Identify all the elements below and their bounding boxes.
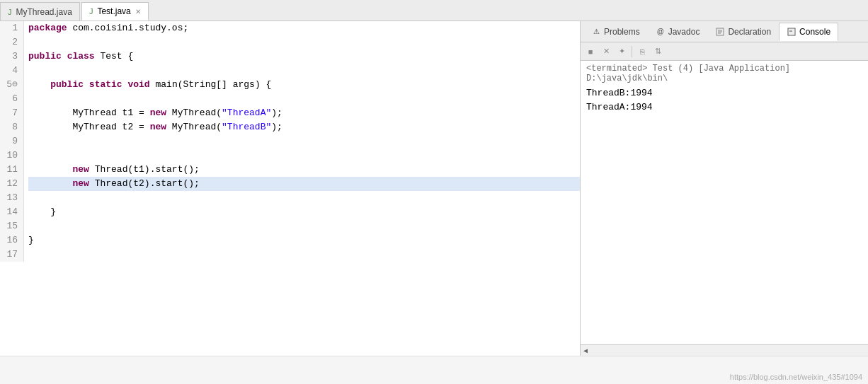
problems-label: Problems xyxy=(604,27,640,37)
code-line-6 xyxy=(28,92,580,106)
tab-mythread[interactable]: J MyThread.java xyxy=(0,2,80,21)
console-line-2: ThreadA:1994 xyxy=(586,100,862,115)
code-line-8: MyThread t2 = new MyThread("ThreadB"); xyxy=(28,120,580,134)
code-line-17 xyxy=(28,248,580,262)
scroll-lock-button[interactable]: ⇅ xyxy=(651,45,665,59)
svg-rect-5 xyxy=(789,29,794,35)
code-line-11: new Thread(t1).start(); xyxy=(28,163,580,177)
problems-icon: ⚠ xyxy=(591,27,601,37)
tab-mythread-icon: J xyxy=(8,8,12,16)
code-line-16: } xyxy=(28,233,580,248)
tab-bar: J MyThread.java J Test.java ✕ xyxy=(0,0,868,21)
code-line-14: } xyxy=(28,205,580,219)
tab-test[interactable]: J Test.java ✕ xyxy=(81,2,149,21)
code-line-9 xyxy=(28,134,580,149)
code-lines: package com.coisini.study.os; public cla… xyxy=(24,21,580,262)
main-area: 1 2 3 4 5⊖ 6 7 8 9 10 11 12 13 14 15 16 … xyxy=(0,21,868,356)
console-label: Console xyxy=(799,27,830,37)
code-line-13 xyxy=(28,191,580,205)
pin-button[interactable]: ✦ xyxy=(615,45,629,59)
close-console-button[interactable]: ✕ xyxy=(599,45,613,59)
tab-test-close[interactable]: ✕ xyxy=(135,8,141,16)
code-line-12: new Thread(t2).start(); xyxy=(28,177,580,191)
tab-console[interactable]: Console xyxy=(779,23,838,41)
right-tabs: ⚠ Problems @ Javadoc Declaration Console xyxy=(581,21,868,42)
code-line-5: public static void main(String[] args) { xyxy=(28,78,580,92)
code-line-7: MyThread t1 = new MyThread("ThreadA"); xyxy=(28,106,580,120)
code-area: 1 2 3 4 5⊖ 6 7 8 9 10 11 12 13 14 15 16 … xyxy=(0,21,580,262)
javadoc-icon: @ xyxy=(656,27,666,37)
terminated-text: <terminated> Test (4) [Java Application]… xyxy=(586,64,862,83)
code-line-10 xyxy=(28,149,580,163)
code-line-4 xyxy=(28,64,580,78)
watermark-text: https://blog.csdn.net/weixin_435#1094 xyxy=(730,373,862,381)
tab-javadoc[interactable]: @ Javadoc xyxy=(648,23,708,41)
console-icon xyxy=(787,27,796,37)
console-toolbar: ■ ✕ ✦ ⎘ ⇅ xyxy=(581,42,868,61)
copy-button[interactable]: ⎘ xyxy=(635,45,649,59)
code-line-15 xyxy=(28,219,580,233)
line-numbers: 1 2 3 4 5⊖ 6 7 8 9 10 11 12 13 14 15 16 … xyxy=(0,21,24,262)
tab-problems[interactable]: ⚠ Problems xyxy=(583,23,648,41)
right-scrollbar[interactable]: ◀ xyxy=(581,344,868,356)
scroll-left-arrow[interactable]: ◀ xyxy=(583,347,588,355)
tab-test-label: Test.java xyxy=(97,6,130,16)
tab-mythread-label: MyThread.java xyxy=(16,7,72,17)
tab-declaration[interactable]: Declaration xyxy=(707,23,779,41)
code-line-1: package com.coisini.study.os; xyxy=(28,21,580,35)
editor-panel: 1 2 3 4 5⊖ 6 7 8 9 10 11 12 13 14 15 16 … xyxy=(0,21,581,356)
code-line-2 xyxy=(28,35,580,50)
tab-test-icon: J xyxy=(89,7,93,16)
code-line-3: public class Test { xyxy=(28,50,580,64)
console-line-1: ThreadB:1994 xyxy=(586,86,862,100)
console-output: <terminated> Test (4) [Java Application]… xyxy=(581,61,868,344)
javadoc-label: Javadoc xyxy=(668,27,700,37)
bottom-bar: https://blog.csdn.net/weixin_435#1094 xyxy=(0,356,868,384)
right-panel: ⚠ Problems @ Javadoc Declaration Console xyxy=(581,21,868,356)
stop-button[interactable]: ■ xyxy=(583,45,598,59)
declaration-icon xyxy=(715,27,725,37)
toolbar-separator-1 xyxy=(632,46,632,57)
declaration-label: Declaration xyxy=(728,27,771,37)
